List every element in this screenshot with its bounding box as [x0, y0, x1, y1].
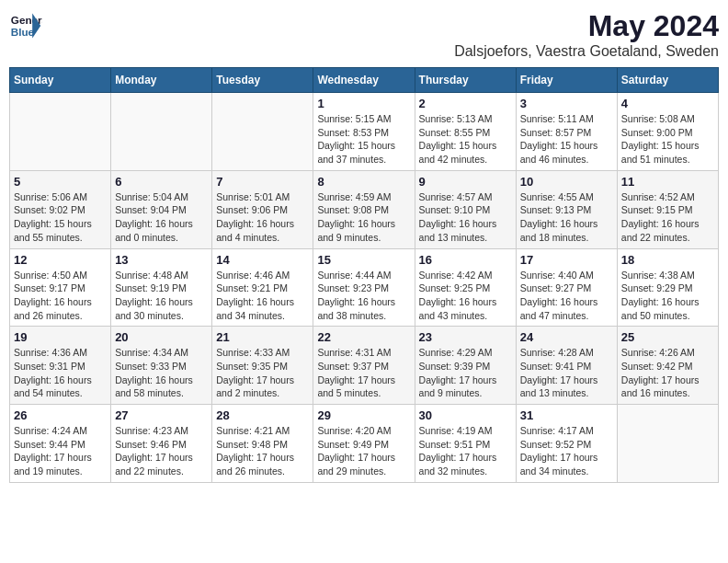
weekday-header-tuesday: Tuesday: [212, 68, 313, 93]
calendar-cell: 1Sunrise: 5:15 AMSunset: 8:53 PMDaylight…: [313, 93, 415, 171]
day-number: 6: [115, 175, 208, 189]
calendar-cell: 7Sunrise: 5:01 AMSunset: 9:06 PMDaylight…: [212, 170, 313, 248]
calendar-cell: 2Sunrise: 5:13 AMSunset: 8:55 PMDaylight…: [415, 93, 516, 171]
day-number: 31: [520, 408, 613, 422]
day-info: Sunrise: 4:19 AMSunset: 9:51 PMDaylight:…: [419, 424, 512, 478]
calendar-cell: 9Sunrise: 4:57 AMSunset: 9:10 PMDaylight…: [415, 170, 516, 248]
day-info: Sunrise: 4:36 AMSunset: 9:31 PMDaylight:…: [14, 346, 107, 400]
day-info: Sunrise: 4:46 AMSunset: 9:21 PMDaylight:…: [216, 269, 309, 323]
day-number: 25: [621, 330, 714, 344]
day-number: 1: [317, 97, 410, 110]
weekday-header-saturday: Saturday: [617, 68, 718, 93]
calendar-cell: 8Sunrise: 4:59 AMSunset: 9:08 PMDaylight…: [313, 170, 415, 248]
calendar-cell: 25Sunrise: 4:26 AMSunset: 9:42 PMDayligh…: [617, 327, 718, 405]
day-number: 4: [621, 97, 714, 110]
day-info: Sunrise: 5:13 AMSunset: 8:55 PMDaylight:…: [419, 112, 512, 167]
week-row-4: 19Sunrise: 4:36 AMSunset: 9:31 PMDayligh…: [10, 327, 719, 405]
day-number: 12: [14, 253, 107, 267]
day-info: Sunrise: 4:33 AMSunset: 9:35 PMDaylight:…: [216, 346, 309, 400]
calendar-cell: 14Sunrise: 4:46 AMSunset: 9:21 PMDayligh…: [212, 248, 313, 327]
week-row-1: 1Sunrise: 5:15 AMSunset: 8:53 PMDaylight…: [10, 93, 719, 171]
calendar-cell: 11Sunrise: 4:52 AMSunset: 9:15 PMDayligh…: [617, 170, 718, 248]
day-number: 21: [216, 330, 309, 344]
day-info: Sunrise: 4:28 AMSunset: 9:41 PMDaylight:…: [520, 346, 613, 400]
calendar-cell: 4Sunrise: 5:08 AMSunset: 9:00 PMDaylight…: [617, 93, 718, 171]
calendar-cell: 3Sunrise: 5:11 AMSunset: 8:57 PMDaylight…: [516, 93, 617, 171]
day-info: Sunrise: 4:55 AMSunset: 9:13 PMDaylight:…: [520, 190, 613, 245]
day-number: 24: [520, 330, 613, 344]
day-info: Sunrise: 4:52 AMSunset: 9:15 PMDaylight:…: [621, 190, 714, 245]
day-number: 3: [520, 97, 613, 110]
calendar-cell: [111, 93, 212, 171]
weekday-header-row: SundayMondayTuesdayWednesdayThursdayFrid…: [10, 68, 719, 93]
day-info: Sunrise: 5:11 AMSunset: 8:57 PMDaylight:…: [520, 112, 613, 167]
calendar-cell: 19Sunrise: 4:36 AMSunset: 9:31 PMDayligh…: [10, 327, 111, 405]
day-number: 19: [14, 330, 107, 344]
day-number: 16: [419, 253, 512, 267]
weekday-header-wednesday: Wednesday: [313, 68, 415, 93]
day-number: 30: [419, 408, 512, 422]
week-row-3: 12Sunrise: 4:50 AMSunset: 9:17 PMDayligh…: [10, 248, 719, 327]
calendar-cell: [10, 93, 111, 171]
calendar-cell: [617, 405, 718, 483]
calendar-table: SundayMondayTuesdayWednesdayThursdayFrid…: [9, 67, 719, 483]
calendar-cell: 22Sunrise: 4:31 AMSunset: 9:37 PMDayligh…: [313, 327, 415, 405]
day-number: 14: [216, 253, 309, 267]
day-info: Sunrise: 4:24 AMSunset: 9:44 PMDaylight:…: [14, 424, 107, 478]
day-info: Sunrise: 4:59 AMSunset: 9:08 PMDaylight:…: [317, 190, 410, 245]
day-info: Sunrise: 5:08 AMSunset: 9:00 PMDaylight:…: [621, 112, 714, 167]
day-info: Sunrise: 4:38 AMSunset: 9:29 PMDaylight:…: [621, 269, 714, 323]
calendar-cell: 5Sunrise: 5:06 AMSunset: 9:02 PMDaylight…: [10, 170, 111, 248]
day-number: 18: [621, 253, 714, 267]
day-number: 8: [317, 175, 410, 189]
day-info: Sunrise: 5:15 AMSunset: 8:53 PMDaylight:…: [317, 112, 410, 167]
weekday-header-thursday: Thursday: [415, 68, 516, 93]
day-info: Sunrise: 5:06 AMSunset: 9:02 PMDaylight:…: [14, 190, 107, 245]
day-info: Sunrise: 5:01 AMSunset: 9:06 PMDaylight:…: [216, 190, 309, 245]
day-info: Sunrise: 4:48 AMSunset: 9:19 PMDaylight:…: [115, 269, 208, 323]
day-number: 11: [621, 175, 714, 189]
day-info: Sunrise: 4:57 AMSunset: 9:10 PMDaylight:…: [419, 190, 512, 245]
calendar-cell: 30Sunrise: 4:19 AMSunset: 9:51 PMDayligh…: [415, 405, 516, 483]
day-info: Sunrise: 4:42 AMSunset: 9:25 PMDaylight:…: [419, 269, 512, 323]
day-info: Sunrise: 4:21 AMSunset: 9:48 PMDaylight:…: [216, 424, 309, 478]
calendar-cell: 18Sunrise: 4:38 AMSunset: 9:29 PMDayligh…: [617, 248, 718, 327]
calendar-cell: 21Sunrise: 4:33 AMSunset: 9:35 PMDayligh…: [212, 327, 313, 405]
day-number: 9: [419, 175, 512, 189]
day-info: Sunrise: 4:50 AMSunset: 9:17 PMDaylight:…: [14, 269, 107, 323]
logo: General Blue: [9, 9, 42, 42]
day-number: 13: [115, 253, 208, 267]
day-number: 22: [317, 330, 410, 344]
weekday-header-sunday: Sunday: [10, 68, 111, 93]
svg-text:Blue: Blue: [11, 26, 35, 38]
calendar-cell: 13Sunrise: 4:48 AMSunset: 9:19 PMDayligh…: [111, 248, 212, 327]
calendar-cell: [212, 93, 313, 171]
weekday-header-monday: Monday: [111, 68, 212, 93]
day-number: 29: [317, 408, 410, 422]
calendar-cell: 20Sunrise: 4:34 AMSunset: 9:33 PMDayligh…: [111, 327, 212, 405]
day-number: 26: [14, 408, 107, 422]
weekday-header-friday: Friday: [516, 68, 617, 93]
calendar-cell: 10Sunrise: 4:55 AMSunset: 9:13 PMDayligh…: [516, 170, 617, 248]
calendar-cell: 24Sunrise: 4:28 AMSunset: 9:41 PMDayligh…: [516, 327, 617, 405]
calendar-cell: 23Sunrise: 4:29 AMSunset: 9:39 PMDayligh…: [415, 327, 516, 405]
day-number: 20: [115, 330, 208, 344]
calendar-cell: 6Sunrise: 5:04 AMSunset: 9:04 PMDaylight…: [111, 170, 212, 248]
day-info: Sunrise: 4:31 AMSunset: 9:37 PMDaylight:…: [317, 346, 410, 400]
day-number: 2: [419, 97, 512, 110]
calendar-cell: 17Sunrise: 4:40 AMSunset: 9:27 PMDayligh…: [516, 248, 617, 327]
logo-icon: General Blue: [9, 9, 42, 42]
calendar-cell: 26Sunrise: 4:24 AMSunset: 9:44 PMDayligh…: [10, 405, 111, 483]
day-number: 28: [216, 408, 309, 422]
day-info: Sunrise: 4:23 AMSunset: 9:46 PMDaylight:…: [115, 424, 208, 478]
day-info: Sunrise: 4:34 AMSunset: 9:33 PMDaylight:…: [115, 346, 208, 400]
day-info: Sunrise: 5:04 AMSunset: 9:04 PMDaylight:…: [115, 190, 208, 245]
calendar-cell: 12Sunrise: 4:50 AMSunset: 9:17 PMDayligh…: [10, 248, 111, 327]
day-number: 7: [216, 175, 309, 189]
day-number: 17: [520, 253, 613, 267]
calendar-cell: 29Sunrise: 4:20 AMSunset: 9:49 PMDayligh…: [313, 405, 415, 483]
day-number: 5: [14, 175, 107, 189]
day-info: Sunrise: 4:20 AMSunset: 9:49 PMDaylight:…: [317, 424, 410, 478]
day-info: Sunrise: 4:40 AMSunset: 9:27 PMDaylight:…: [520, 269, 613, 323]
page-header: General Blue May 2024 Dalsjoefors, Vaest…: [9, 9, 719, 60]
